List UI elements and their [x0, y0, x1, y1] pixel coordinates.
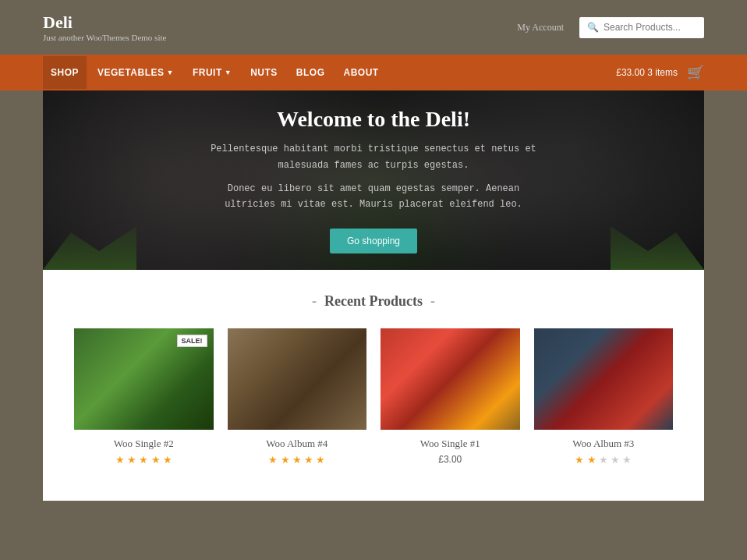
product-stars-2: ★ ★ ★ ★ ★: [228, 454, 367, 466]
hero-title: Welcome to the Deli!: [277, 107, 470, 132]
star-1: ★: [115, 454, 125, 466]
product-image-4: [534, 328, 674, 430]
product-image-wrap-1: SALE!: [74, 328, 214, 430]
site-header: Deli Just another WooThemes Demo site My…: [0, 0, 747, 55]
product-image-wrap-2: [228, 328, 367, 430]
search-input[interactable]: [604, 22, 696, 33]
cart-amount: £33.00: [616, 67, 645, 78]
site-title: Deli: [43, 12, 166, 33]
nav-item-nuts[interactable]: NUTS: [243, 56, 285, 89]
header-right: My Account 🔍: [517, 17, 704, 38]
star-3: ★: [599, 454, 608, 466]
products-grid: SALE! Woo Single #2 ★ ★ ★ ★ ★ Woo Album …: [74, 328, 673, 470]
product-image-3: [381, 328, 520, 430]
product-card-1[interactable]: SALE! Woo Single #2 ★ ★ ★ ★ ★: [74, 328, 214, 470]
hero-text1: Pellentesque habitant morbi tristique se…: [210, 141, 537, 173]
site-branding: Deli Just another WooThemes Demo site: [43, 12, 166, 42]
star-4: ★: [304, 454, 313, 466]
star-5: ★: [316, 454, 325, 466]
search-bar[interactable]: 🔍: [579, 17, 704, 38]
chevron-down-icon: ▼: [225, 69, 232, 76]
product-image-wrap-4: [534, 328, 674, 430]
nav-left: SHOP VEGETABLES ▼ FRUIT ▼ NUTS BLOG ABOU…: [43, 56, 387, 89]
go-shopping-button[interactable]: Go shopping: [330, 229, 417, 253]
search-icon: 🔍: [587, 22, 599, 34]
product-stars-4: ★ ★ ★ ★ ★: [534, 454, 674, 466]
main-wrapper: Welcome to the Deli! Pellentesque habita…: [43, 90, 704, 501]
star-2: ★: [281, 454, 290, 466]
star-5: ★: [622, 454, 632, 466]
star-3: ★: [139, 454, 148, 466]
product-name-3: Woo Single #1: [381, 438, 520, 450]
nav-item-vegetables[interactable]: VEGETABLES ▼: [90, 56, 182, 89]
product-image-wrap-3: [381, 328, 520, 430]
product-name-1: Woo Single #2: [74, 438, 214, 450]
star-4: ★: [611, 454, 620, 466]
nav-right: £33.00 3 items 🛒: [616, 64, 704, 81]
nav-item-fruit[interactable]: FRUIT ▼: [185, 56, 239, 89]
my-account-link[interactable]: My Account: [517, 22, 564, 34]
product-price-3: £3.00: [381, 454, 520, 465]
product-name-2: Woo Album #4: [228, 438, 367, 450]
product-stars-1: ★ ★ ★ ★ ★: [74, 454, 214, 466]
product-card-3[interactable]: Woo Single #1 £3.00: [381, 328, 520, 470]
recent-products-section: Recent Products SALE! Woo Single #2 ★ ★ …: [43, 270, 704, 477]
star-1: ★: [575, 454, 584, 466]
nav-item-shop[interactable]: SHOP: [43, 56, 87, 89]
star-4: ★: [151, 454, 161, 466]
hero-text2: Donec eu libero sit amet quam egestas se…: [210, 181, 537, 213]
site-nav: SHOP VEGETABLES ▼ FRUIT ▼ NUTS BLOG ABOU…: [0, 55, 747, 90]
nav-item-blog[interactable]: BLOG: [289, 56, 333, 89]
star-3: ★: [292, 454, 302, 466]
star-2: ★: [587, 454, 597, 466]
site-tagline: Just another WooThemes Demo site: [43, 33, 166, 42]
star-2: ★: [127, 454, 136, 466]
cart-icon[interactable]: 🛒: [687, 64, 704, 81]
hero-banner: Welcome to the Deli! Pellentesque habita…: [43, 90, 704, 270]
product-card-4[interactable]: Woo Album #3 ★ ★ ★ ★ ★: [534, 328, 674, 470]
product-image-2: [228, 328, 367, 430]
product-name-4: Woo Album #3: [534, 438, 674, 450]
star-1: ★: [268, 454, 278, 466]
product-card-2[interactable]: Woo Album #4 ★ ★ ★ ★ ★: [228, 328, 367, 470]
nav-item-about[interactable]: ABOUT: [336, 56, 387, 89]
section-title: Recent Products: [74, 293, 673, 310]
cart-info: £33.00 3 items: [616, 67, 678, 78]
sale-badge-1: SALE!: [177, 335, 207, 347]
star-5: ★: [163, 454, 172, 466]
cart-items-label: 3 items: [647, 67, 678, 78]
chevron-down-icon: ▼: [166, 69, 173, 76]
